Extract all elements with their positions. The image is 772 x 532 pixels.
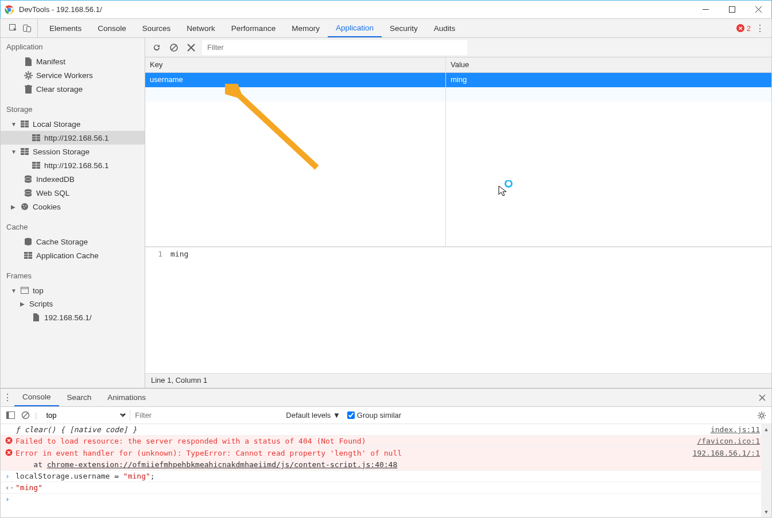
tab-security[interactable]: Security [382,19,426,37]
svg-line-17 [30,72,31,73]
tab-sources[interactable]: Sources [134,19,179,37]
svg-point-39 [23,205,24,206]
sidebar-item-manifest[interactable]: Manifest [1,55,145,68]
table-cell-key[interactable]: username [145,73,445,87]
error-count: 2 [747,24,751,33]
preview-text[interactable]: ming [168,247,771,373]
tab-memory[interactable]: Memory [284,19,328,37]
storage-toolbar [145,38,771,57]
trash-icon [24,84,33,94]
grid-icon [24,251,33,260]
tab-elements[interactable]: Elements [41,19,90,37]
drawer-tab-search[interactable]: Search [59,389,100,406]
sidebar-group-storage: Storage [1,102,145,117]
svg-line-50 [172,45,176,50]
sidebar-item-indexeddb[interactable]: IndexedDB [1,172,145,186]
sidebar-item-cookies[interactable]: ▶Cookies [1,200,145,213]
sidebar-item-local-storage[interactable]: ▼Local Storage [1,117,145,131]
sidebar-item-session-storage[interactable]: ▼Session Storage [1,145,145,158]
console-error-line: Failed to load resource: the server resp… [1,436,771,448]
tab-network[interactable]: Network [179,19,223,37]
console-input-line: › localStorage.username = "ming"; [1,471,771,482]
sidebar-item-local-storage-origin[interactable]: http://192.168.56.1 [1,131,145,145]
table-header-value[interactable]: Value [446,57,771,73]
console-context-select[interactable]: top [41,409,127,421]
storage-content: Key username Value ming 1 ming Line 1, C… [145,38,771,388]
console-levels-select[interactable]: Default levels ▼ [284,411,343,420]
devtools-tabstrip: Elements Console Sources Network Perform… [0,18,772,38]
console-source-link[interactable]: 192.168.56.1/:1 [693,449,767,458]
svg-rect-3 [729,7,735,13]
scrollbar[interactable]: ▲▼ [761,424,771,517]
toggle-device-icon[interactable] [21,22,33,34]
inspect-element-icon[interactable] [7,22,19,34]
sidebar-item-scripts[interactable]: ▶Scripts [1,297,145,310]
chrome-icon [4,5,14,15]
table-cell-value[interactable]: ming [446,73,771,87]
console-error-line: Error in event handler for (unknown): Ty… [1,448,771,459]
storage-filter-input[interactable] [203,41,467,55]
table-row[interactable] [145,87,445,102]
drawer-tab-animations[interactable]: Animations [99,389,154,406]
console-filter-input[interactable] [130,410,279,421]
tab-application[interactable]: Application [328,19,382,37]
svg-line-64 [759,413,760,414]
svg-line-15 [30,77,31,78]
grid-icon [32,161,41,170]
database-icon [24,174,33,184]
console-toolbar: | top ▼ Default levels ▼ Group similar [1,407,771,424]
database-icon [24,188,33,197]
error-icon [5,437,15,446]
table-row[interactable] [446,87,771,102]
window-close-button[interactable] [745,1,771,18]
value-preview: 1 ming [145,247,771,373]
console-source-link[interactable]: index.js:11 [711,425,767,434]
application-sidebar: Application Manifest Service Workers Cle… [1,38,145,388]
window-minimize-button[interactable] [692,1,719,18]
sidebar-item-clear-storage[interactable]: Clear storage [1,82,145,96]
tab-console[interactable]: Console [90,19,134,37]
clear-console-icon[interactable] [20,410,30,421]
window-titlebar: DevTools - 192.168.56.1/ [0,0,772,18]
tab-audits[interactable]: Audits [426,19,464,37]
tab-performance[interactable]: Performance [223,19,284,37]
sidebar-item-application-cache[interactable]: Application Cache [1,248,145,262]
svg-line-66 [759,417,760,418]
show-console-sidebar-icon[interactable] [5,410,15,421]
window-maximize-button[interactable] [719,1,745,18]
error-icon: ✕ [736,24,744,32]
editor-status: Line 1, Column 1 [145,373,771,388]
refresh-icon[interactable] [151,42,162,53]
error-count-badge[interactable]: ✕ 2 [736,24,751,33]
drawer-menu-icon[interactable]: ⋮ [1,389,14,406]
console-output[interactable]: ƒ clear() { [native code] } index.js:11 … [1,424,771,517]
sidebar-item-session-storage-origin[interactable]: http://192.168.56.1 [1,158,145,172]
more-menu-icon[interactable]: ⋮ [754,23,766,34]
document-icon [32,313,41,322]
sidebar-item-service-workers[interactable]: Service Workers [1,68,145,82]
svg-point-41 [24,207,25,208]
console-line: ƒ clear() { [native code] } index.js:11 [1,424,771,436]
svg-point-38 [21,203,28,210]
drawer-tab-console[interactable]: Console [14,389,59,406]
sidebar-item-frame-page[interactable]: 192.168.56.1/ [1,310,145,324]
sidebar-item-websql[interactable]: Web SQL [1,186,145,200]
svg-rect-8 [27,27,31,32]
console-source-link[interactable]: /favicon.ico:1 [697,437,767,446]
group-similar-checkbox[interactable]: Group similar [347,411,401,420]
console-return-line: ‹· "ming" [1,482,771,494]
chevron-right-icon: ▶ [11,204,17,210]
console-trace-link[interactable]: chrome-extension://ofmiiefmhpehbkmeahicn… [47,460,397,469]
table-header-key[interactable]: Key [145,57,445,73]
delete-icon[interactable] [185,42,197,53]
cookie-icon [20,202,29,211]
clear-icon[interactable] [168,42,180,53]
console-settings-icon[interactable] [757,410,767,421]
line-number: 1 [145,247,168,373]
drawer-close-icon[interactable] [753,389,771,406]
console-prompt[interactable]: › [1,494,771,504]
sidebar-item-cache-storage[interactable]: Cache Storage [1,235,145,248]
sidebar-item-top-frame[interactable]: ▼top [1,284,145,297]
gear-icon [24,71,33,80]
console-error-trace: at chrome-extension://ofmiiefmhpehbkmeah… [1,459,771,471]
